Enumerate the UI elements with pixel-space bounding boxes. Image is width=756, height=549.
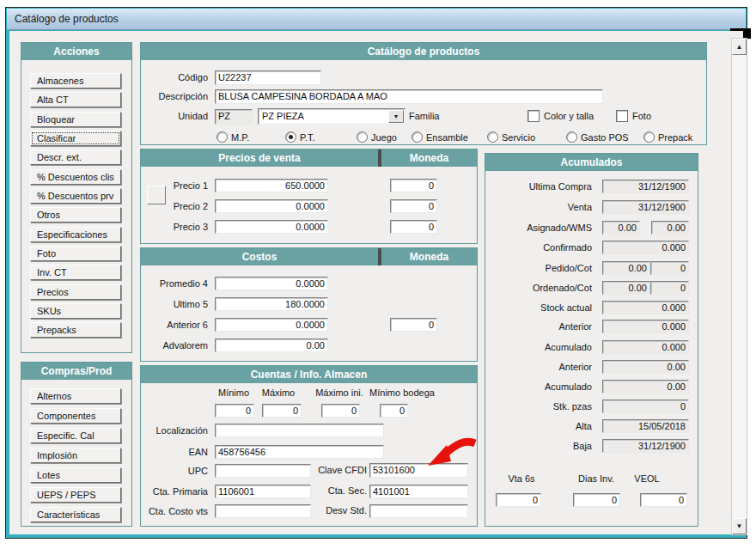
button-almacenes[interactable]: Almacenes: [30, 73, 121, 88]
button-inv-ct[interactable]: Inv. CT: [30, 265, 121, 280]
scroll-up-icon[interactable]: ▲: [732, 39, 747, 55]
cta-primaria-label: Cta. Primaria: [141, 486, 208, 497]
button-alta-ct[interactable]: Alta CT: [30, 92, 121, 107]
button-prepacks[interactable]: Prepacks: [30, 322, 121, 338]
maximo-field[interactable]: 0: [262, 404, 302, 418]
dropdown-arrow-icon[interactable]: ▼: [388, 110, 404, 123]
precio2-field[interactable]: 0.0000: [215, 199, 328, 213]
maximo-ini-field[interactable]: 0: [321, 404, 360, 418]
anterior-stock-label: Anterior: [489, 321, 592, 332]
minimo-bodega-field[interactable]: 0: [380, 404, 408, 418]
window-titlebar[interactable]: Catálogo de productos: [7, 9, 746, 30]
ordenado-field: 0.00: [602, 281, 650, 295]
cta-primaria-field[interactable]: 1106001: [215, 485, 311, 498]
radio-ensamble-label: Ensamble: [426, 132, 468, 143]
vta-6s-field[interactable]: 0: [496, 493, 541, 507]
button-componentes[interactable]: Componentes: [30, 408, 121, 424]
button-implosion[interactable]: Implosión: [30, 448, 121, 463]
desv-std-field[interactable]: [369, 504, 468, 518]
precio2-moneda-field[interactable]: 0: [390, 199, 437, 213]
app-window: Catálogo de productos Acciones Almacenes…: [5, 7, 747, 539]
upc-field[interactable]: [215, 464, 311, 478]
dias-inv-field[interactable]: 0: [573, 493, 620, 507]
costos-header: Costos: [141, 248, 378, 265]
radio-gasto-pos[interactable]: [566, 131, 577, 143]
ordenado-cot-field: 0: [650, 281, 689, 295]
localizacion-field[interactable]: [215, 424, 384, 437]
alta-label: Alta: [489, 421, 592, 431]
button-otros[interactable]: Otros: [30, 207, 121, 223]
button-ueps-peps[interactable]: UEPS / PEPS: [30, 487, 121, 503]
anterior-importe-label: Anterior: [489, 362, 592, 372]
precio1-field[interactable]: 650.0000: [215, 179, 328, 192]
scroll-down-icon[interactable]: ▼: [732, 518, 747, 534]
radio-servicio-label: Servicio: [502, 132, 535, 143]
pedido-field: 0.00: [602, 261, 650, 275]
button-bloquear[interactable]: Bloquear: [30, 112, 121, 127]
advalorem-field[interactable]: 0.00: [215, 339, 328, 352]
button-lotes[interactable]: Lotes: [30, 467, 121, 483]
button-alternos[interactable]: Alternos: [30, 388, 121, 404]
descripcion-field[interactable]: BLUSA CAMPESINA BORDADA A MAO: [215, 89, 603, 104]
codigo-field[interactable]: U22237: [215, 70, 321, 85]
precio3-moneda-field[interactable]: 0: [390, 220, 437, 234]
screen: Catálogo de productos Acciones Almacenes…: [0, 0, 756, 549]
familia-label: Familia: [409, 111, 439, 121]
radio-juego-label: Juego: [371, 132, 397, 143]
veol-field[interactable]: 0: [640, 493, 687, 507]
radio-ensamble[interactable]: [412, 131, 423, 143]
foto-checkbox[interactable]: [616, 110, 628, 122]
vertical-scrollbar[interactable]: ▲ ▼: [731, 38, 747, 535]
button-clasificar[interactable]: Clasificar: [30, 131, 121, 146]
radio-juego[interactable]: [357, 131, 368, 143]
radio-servicio[interactable]: [487, 131, 498, 143]
confirmado-label: Confirmado: [489, 242, 592, 253]
costos-moneda-field[interactable]: 0: [390, 318, 437, 332]
anterior-stock-field: 0.000: [602, 320, 689, 333]
precio3-field[interactable]: 0.0000: [215, 220, 328, 234]
acciones-header: Acciones: [21, 43, 131, 60]
unidad-field[interactable]: PZ: [215, 109, 253, 125]
cta-sec-field[interactable]: 4101001: [369, 485, 468, 498]
radio-pt-label: P.T.: [300, 132, 315, 143]
precio-selector-box[interactable]: [147, 186, 166, 204]
localizacion-label: Localización: [141, 425, 208, 436]
button-precios[interactable]: Precios: [30, 284, 121, 300]
unidad-select[interactable]: PZ PIEZA ▼: [258, 108, 405, 125]
confirmado-field: 0.000: [602, 241, 689, 254]
foto-label: Foto: [632, 111, 651, 121]
asignado-field: 0.00: [602, 221, 640, 235]
unidad-select-value: PZ PIEZA: [262, 111, 304, 121]
radio-prepack-label: Prepack: [658, 132, 692, 143]
button-skus[interactable]: SKUs: [30, 303, 121, 319]
promedio4-field[interactable]: 0.0000: [215, 277, 328, 290]
ultimo5-label: Ultimo 5: [148, 299, 208, 309]
button-descr-ext[interactable]: Descr. ext.: [30, 149, 121, 165]
precio1-moneda-field[interactable]: 0: [390, 179, 437, 192]
radio-prepack[interactable]: [643, 131, 655, 143]
ultimo5-field[interactable]: 180.0000: [215, 297, 328, 311]
ultima-compra-label: Ultima Compra: [489, 181, 592, 192]
button-especific-cal[interactable]: Especific. Cal: [30, 428, 121, 443]
radio-mp[interactable]: [216, 131, 228, 143]
cta-costo-vts-label: Cta. Costo vts: [141, 506, 208, 516]
precio3-label: Precio 3: [165, 222, 208, 232]
color-y-talla-label: Color y talla: [544, 111, 594, 121]
button-descuentos-clientes[interactable]: % Descuentos clis: [30, 169, 121, 185]
radio-pt[interactable]: [285, 131, 296, 143]
precios-venta-header: Precios de venta: [141, 149, 378, 167]
costos-moneda-header: Moneda: [381, 248, 477, 265]
color-y-talla-checkbox[interactable]: [527, 110, 540, 122]
ean-field[interactable]: 458756456: [215, 445, 384, 459]
cta-costo-vts-field[interactable]: [215, 504, 311, 518]
compras-prod-header: Compras/Prod: [21, 363, 131, 380]
clave-cfdi-label: Clave CFDI: [307, 465, 367, 475]
button-foto[interactable]: Foto: [30, 246, 121, 261]
button-especificaciones[interactable]: Especificaciones: [30, 227, 121, 242]
minimo-field[interactable]: 0: [215, 404, 254, 418]
baja-field: 31/12/1900: [602, 439, 689, 453]
advalorem-label: Advalorem: [148, 340, 208, 351]
button-descuentos-proveedores[interactable]: % Descuentos prv: [30, 188, 121, 204]
button-caracteristicas[interactable]: Características: [30, 507, 121, 522]
anterior6-field[interactable]: 0.0000: [215, 318, 328, 332]
